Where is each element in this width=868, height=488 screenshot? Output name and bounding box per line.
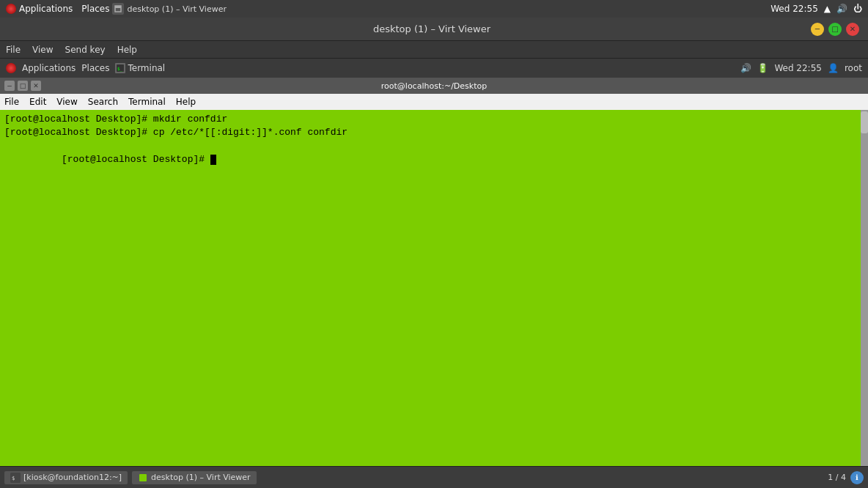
vm-terminal-tab[interactable]: $_ Terminal bbox=[115, 63, 165, 73]
vm-topbar-left: Applications Places $_ Terminal bbox=[6, 63, 165, 73]
term-edit-menu[interactable]: Edit bbox=[29, 97, 46, 107]
host-window-icon bbox=[112, 3, 124, 15]
vv-win-controls: − □ ✕ bbox=[811, 23, 859, 36]
host-taskbar-item-terminal[interactable]: $ [kiosk@foundation12:~] bbox=[4, 471, 128, 484]
host-taskbar-right: 1 / 4 ℹ bbox=[828, 471, 864, 484]
svg-rect-10 bbox=[139, 474, 147, 481]
vm-terminal-icon: $_ bbox=[115, 63, 125, 73]
vm-topbar-right: 🔊 🔋 Wed 22:55 👤 root bbox=[740, 63, 862, 73]
term-close-button[interactable]: ✕ bbox=[31, 81, 41, 91]
term-help-menu[interactable]: Help bbox=[176, 97, 196, 107]
vv-close-button[interactable]: ✕ bbox=[846, 23, 859, 36]
wifi-icon: ▲ bbox=[824, 4, 831, 14]
host-taskbar-terminal-icon: $ bbox=[10, 473, 21, 483]
term-maximize-button[interactable]: □ bbox=[18, 81, 28, 91]
term-menubar: File Edit View Search Terminal Help bbox=[0, 94, 868, 110]
vm-time: Wed 22:55 bbox=[774, 63, 822, 73]
vm-content: Applications Places $_ Terminal 🔊 🔋 bbox=[0, 59, 868, 488]
fedora-icon bbox=[6, 4, 16, 14]
host-window-taskitem[interactable]: desktop (1) – Virt Viewer bbox=[112, 3, 227, 15]
term-output[interactable]: [root@localhost Desktop]# mkdir confdir … bbox=[0, 110, 868, 466]
term-file-menu[interactable]: File bbox=[4, 97, 19, 107]
virt-viewer-window: desktop (1) – Virt Viewer − □ ✕ File Vie… bbox=[0, 18, 868, 488]
host-taskbar-item2-label: desktop (1) – Virt Viewer bbox=[151, 473, 251, 482]
host-topbar-left: Applications Places desktop (1) – Virt V… bbox=[6, 3, 227, 15]
vm-user: 👤 bbox=[828, 63, 839, 73]
term-minimize-button[interactable]: − bbox=[4, 81, 15, 91]
term-view-menu[interactable]: View bbox=[56, 97, 77, 107]
vv-title: desktop (1) – Virt Viewer bbox=[53, 23, 811, 34]
host-applications-menu[interactable]: Applications bbox=[19, 4, 73, 14]
svg-text:$_: $_ bbox=[117, 66, 123, 72]
vm-sound-icon: 🔊 bbox=[740, 63, 751, 73]
terminal-scrollbar-thumb[interactable] bbox=[861, 111, 868, 133]
term-titlebar: − □ ✕ root@localhost:~/Desktop bbox=[0, 78, 868, 94]
host-pager-label: 1 / 4 bbox=[828, 473, 846, 482]
vv-menubar: File View Send key Help bbox=[0, 41, 868, 59]
svg-text:$: $ bbox=[12, 476, 15, 481]
host-taskbar-vv-icon bbox=[138, 473, 148, 483]
vv-titlebar: desktop (1) – Virt Viewer − □ ✕ bbox=[0, 18, 868, 41]
host-topbar: Applications Places desktop (1) – Virt V… bbox=[0, 0, 868, 18]
vm-username: root bbox=[845, 63, 862, 73]
vv-help-menu[interactable]: Help bbox=[117, 45, 137, 55]
vm-topbar: Applications Places $_ Terminal 🔊 🔋 bbox=[0, 59, 868, 78]
vm-terminal-label: Terminal bbox=[128, 63, 165, 73]
host-taskbar: $ [kiosk@foundation12:~] desktop (1) – V… bbox=[0, 466, 868, 488]
vm-applications-menu[interactable]: Applications bbox=[22, 63, 76, 73]
terminal-scrollbar[interactable] bbox=[861, 110, 868, 466]
vm-fedora-icon bbox=[6, 63, 16, 73]
vm-places-menu[interactable]: Places bbox=[81, 63, 109, 73]
vv-minimize-button[interactable]: − bbox=[811, 23, 824, 36]
host-places-menu[interactable]: Places bbox=[81, 4, 109, 14]
term-win-controls: − □ ✕ bbox=[4, 81, 41, 91]
sound-icon: 🔊 bbox=[836, 4, 847, 14]
terminal-area: − □ ✕ root@localhost:~/Desktop File Edit… bbox=[0, 78, 868, 488]
power-icon: ⏻ bbox=[853, 4, 862, 14]
host-pager-button[interactable]: ℹ bbox=[850, 471, 864, 484]
vv-file-menu[interactable]: File bbox=[6, 45, 21, 55]
vv-view-menu[interactable]: View bbox=[32, 45, 53, 55]
term-search-menu[interactable]: Search bbox=[88, 97, 118, 107]
term-terminal-menu[interactable]: Terminal bbox=[128, 97, 166, 107]
vv-sendkey-menu[interactable]: Send key bbox=[65, 45, 106, 55]
host-taskbar-item-vv[interactable]: desktop (1) – Virt Viewer bbox=[132, 471, 257, 484]
term-title: root@localhost:~/Desktop bbox=[41, 81, 827, 91]
host-taskbar-item1-label: [kiosk@foundation12:~] bbox=[23, 473, 122, 482]
term-line-3: [root@localhost Desktop]# bbox=[4, 139, 864, 180]
terminal-cursor bbox=[210, 155, 216, 165]
vm-battery-icon: 🔋 bbox=[757, 63, 768, 73]
term-line-2: [root@localhost Desktop]# cp /etc/*[[:di… bbox=[4, 126, 864, 139]
host-window-label: desktop (1) – Virt Viewer bbox=[127, 4, 227, 14]
host-time: Wed 22:55 bbox=[770, 4, 818, 14]
host-topbar-right: Wed 22:55 ▲ 🔊 ⏻ bbox=[770, 4, 862, 14]
vv-maximize-button[interactable]: □ bbox=[828, 23, 842, 36]
svg-rect-1 bbox=[115, 6, 121, 8]
term-line-1: [root@localhost Desktop]# mkdir confdir bbox=[4, 113, 864, 126]
